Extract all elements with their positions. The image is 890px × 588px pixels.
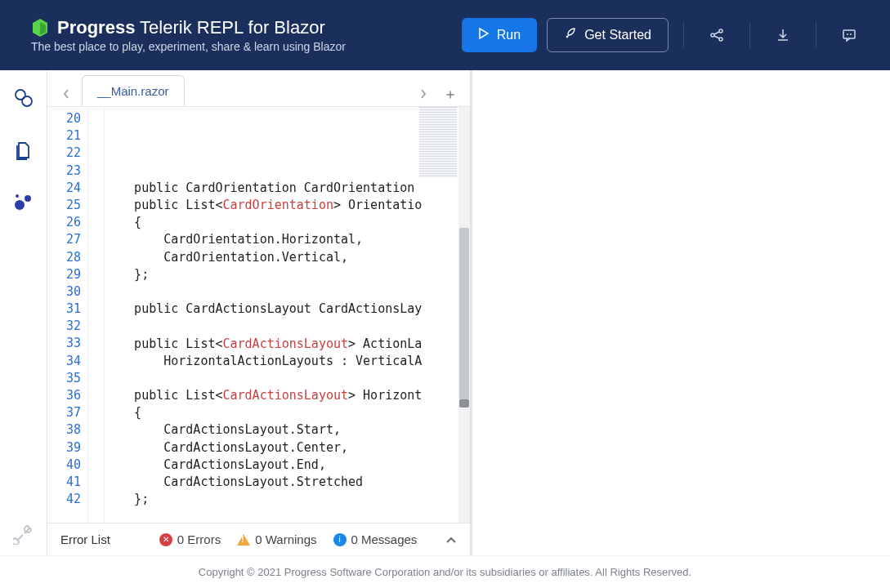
code-line[interactable]: public List<CardOrientation> Orientatio <box>105 197 470 214</box>
code-line[interactable]: { <box>105 404 470 421</box>
line-number: 30 <box>47 283 81 301</box>
brand-text: Progress Telerik REPL for Blazor <box>57 17 325 38</box>
code-body[interactable]: public CardOrientation CardOrientation p… <box>105 107 470 523</box>
code-line[interactable]: public CardActionsLayout CardActionsLay <box>105 301 470 318</box>
code-line[interactable]: public CardOrientation CardOrientation <box>105 180 470 197</box>
chevron-left-icon <box>62 88 70 100</box>
feedback-button[interactable] <box>831 18 867 52</box>
separator <box>683 22 684 48</box>
preview-pane <box>472 70 890 555</box>
feedback-icon <box>842 28 856 42</box>
download-icon <box>776 28 790 42</box>
line-number: 31 <box>47 301 81 318</box>
tab-add[interactable]: ＋ <box>439 82 462 106</box>
line-number: 27 <box>47 231 81 248</box>
line-number: 29 <box>47 266 81 283</box>
code-line[interactable]: { <box>105 214 470 231</box>
tools-icon <box>13 523 34 545</box>
code-line[interactable]: CardActionsLayout.Start, <box>105 421 470 439</box>
progress-logo-icon <box>31 19 49 37</box>
messages-badge[interactable]: i 0 Messages <box>333 532 418 546</box>
code-line[interactable]: CardOrientation.Vertical, <box>105 249 470 266</box>
run-button[interactable]: Run <box>462 18 537 52</box>
code-line[interactable]: CardActionsLayout.End, <box>105 457 470 474</box>
brand-secondary: Telerik <box>135 17 191 38</box>
svg-point-1 <box>719 29 722 33</box>
footer: Copyright © 2021 Progress Software Corpo… <box>0 555 890 588</box>
code-line[interactable] <box>105 283 470 301</box>
get-started-label: Get Started <box>584 28 651 42</box>
vertical-scrollbar[interactable] <box>458 107 470 523</box>
error-icon: ✕ <box>159 533 172 546</box>
gutter: 2021222324252627282930313233343536373839… <box>47 107 88 523</box>
line-number: 28 <box>47 249 81 266</box>
svg-rect-3 <box>843 30 855 38</box>
brand-primary: Progress <box>57 17 135 38</box>
line-number: 40 <box>47 457 81 474</box>
info-icon: i <box>333 533 347 546</box>
brand-block: Progress Telerik REPL for Blazor The bes… <box>31 17 346 53</box>
side-rail <box>0 70 47 555</box>
app-header: Progress Telerik REPL for Blazor The bes… <box>0 0 890 70</box>
tab-main[interactable]: __Main.razor <box>82 75 185 106</box>
nuget-icon <box>13 192 34 213</box>
rail-item-nuget[interactable] <box>11 189 37 216</box>
code-line[interactable]: public List<CardActionsLayout> ActionLa <box>105 336 470 353</box>
error-list-toggle[interactable] <box>445 532 457 546</box>
share-button[interactable] <box>699 18 735 52</box>
minimap[interactable] <box>419 107 457 177</box>
scrollbar-thumb[interactable] <box>459 228 469 399</box>
separator <box>816 22 816 48</box>
line-number: 22 <box>47 145 81 162</box>
fold-strip <box>88 107 105 523</box>
code-line[interactable] <box>105 318 470 335</box>
tab-next[interactable] <box>413 82 434 106</box>
code-line[interactable]: }; <box>105 491 470 508</box>
line-number: 33 <box>47 335 81 352</box>
components-icon <box>13 87 34 109</box>
line-number: 20 <box>47 110 81 127</box>
chevron-right-icon <box>419 88 427 100</box>
rail-item-settings[interactable] <box>11 521 37 547</box>
svg-point-6 <box>15 200 25 210</box>
errors-badge[interactable]: ✕ 0 Errors <box>159 532 221 546</box>
code-line[interactable]: CardActionsLayout.Center, <box>105 439 470 457</box>
svg-point-7 <box>25 195 31 202</box>
error-list-bar[interactable]: Error List ✕ 0 Errors 0 Warnings i 0 Mes… <box>47 523 470 555</box>
share-icon <box>709 28 724 42</box>
code-view[interactable]: 2021222324252627282930313233343536373839… <box>47 106 470 523</box>
code-line[interactable]: public List<CardActionsLayout> Horizont <box>105 387 470 404</box>
line-number: 25 <box>47 197 81 214</box>
tab-prev[interactable] <box>56 82 77 106</box>
line-number: 21 <box>47 127 81 145</box>
code-line[interactable] <box>105 508 470 523</box>
code-line[interactable]: HorizontalActionLayouts : VerticalA <box>105 353 470 370</box>
line-number: 41 <box>47 474 81 491</box>
error-list-title: Error List <box>60 532 110 546</box>
line-number: 26 <box>47 214 81 231</box>
get-started-button[interactable]: Get Started <box>547 18 669 52</box>
svg-point-8 <box>16 194 19 198</box>
header-actions: Run Get Started <box>462 18 867 52</box>
download-button[interactable] <box>765 18 801 52</box>
line-number: 32 <box>47 318 81 335</box>
line-number: 42 <box>47 491 81 508</box>
code-line[interactable]: CardOrientation.Horizontal, <box>105 231 470 248</box>
line-number: 37 <box>47 404 81 421</box>
rail-item-files[interactable] <box>11 137 37 163</box>
warnings-badge[interactable]: 0 Warnings <box>237 532 316 546</box>
line-number: 38 <box>47 421 81 439</box>
code-line[interactable] <box>105 370 470 387</box>
code-line[interactable]: CardActionsLayout.Stretched <box>105 474 470 491</box>
tab-label: __Main.razor <box>97 84 169 98</box>
line-number: 39 <box>47 439 81 457</box>
errors-count: 0 Errors <box>177 532 221 546</box>
code-line[interactable]: }; <box>105 266 470 283</box>
run-label: Run <box>497 28 521 42</box>
brand-row: Progress Telerik REPL for Blazor <box>31 17 346 38</box>
rail-item-components[interactable] <box>11 85 37 111</box>
scrollbar-mark <box>459 399 469 408</box>
line-number: 23 <box>47 163 81 180</box>
svg-point-0 <box>711 33 714 37</box>
copyright: Copyright © 2021 Progress Software Corpo… <box>199 566 691 578</box>
